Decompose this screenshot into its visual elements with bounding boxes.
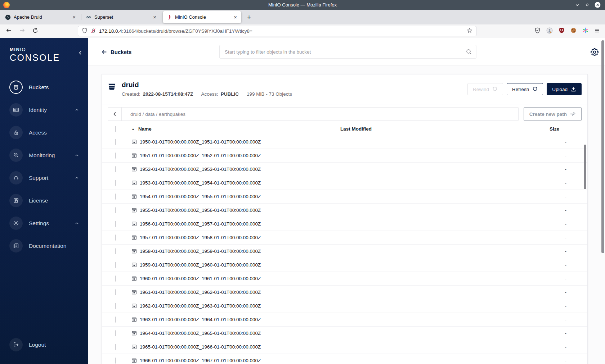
- table-row[interactable]: 1964-01-01T00:00:00.000Z_1965-01-01T00:0…: [102, 327, 587, 340]
- row-checkbox[interactable]: [115, 207, 116, 213]
- minimize-chevron-icon[interactable]: [575, 3, 580, 8]
- row-checkbox[interactable]: [115, 180, 116, 186]
- close-tab-icon[interactable]: ×: [152, 14, 158, 20]
- sidebar-item-access[interactable]: Access: [0, 121, 88, 144]
- sidebar-item-logout[interactable]: Logout: [0, 333, 88, 356]
- breadcrumb[interactable]: druid / data / earthquakes: [122, 112, 185, 117]
- table-row[interactable]: 1961-01-01T00:00:00.000Z_1962-01-01T00:0…: [102, 286, 587, 299]
- upload-button[interactable]: Upload: [547, 83, 582, 95]
- object-size: -: [538, 153, 582, 158]
- sort-ascending-icon[interactable]: ▲: [131, 127, 135, 131]
- gear-icon[interactable]: [590, 47, 599, 58]
- column-size[interactable]: Size: [538, 126, 582, 132]
- sidebar-item-settings[interactable]: Settings: [0, 212, 88, 235]
- rewind-button[interactable]: Rewind: [467, 83, 503, 95]
- lock-icon: [9, 126, 23, 139]
- tab-label: Superset: [94, 14, 152, 20]
- bookmark-star-icon[interactable]: [467, 28, 472, 35]
- back-icon[interactable]: [6, 27, 12, 35]
- row-checkbox[interactable]: [115, 139, 116, 145]
- row-checkbox[interactable]: [115, 221, 116, 227]
- license-icon: [9, 194, 23, 207]
- table-header: ▲Name Last Modified Size: [102, 123, 587, 135]
- select-all-checkbox[interactable]: [115, 126, 116, 132]
- url-path: :31664/buckets/druid/browse/ZGF0YS9lYXJ0…: [122, 28, 252, 34]
- row-checkbox[interactable]: [115, 262, 116, 268]
- table-row[interactable]: 1953-01-01T00:00:00.000Z_1954-01-01T00:0…: [102, 176, 587, 190]
- row-checkbox[interactable]: [115, 289, 116, 295]
- table-row[interactable]: 1962-01-01T00:00:00.000Z_1963-01-01T00:0…: [102, 299, 587, 313]
- sidebar-item-monitoring[interactable]: Monitoring: [0, 144, 88, 167]
- table-row[interactable]: 1960-01-01T00:00:00.000Z_1961-01-01T00:0…: [102, 272, 587, 286]
- row-checkbox[interactable]: [115, 358, 116, 364]
- chevron-left-icon[interactable]: [108, 108, 122, 120]
- brand-name-light: IO: [20, 47, 26, 52]
- url-bar[interactable]: 172.18.0.4:31664/buckets/druid/browse/ZG…: [78, 26, 476, 36]
- row-checkbox[interactable]: [115, 248, 116, 254]
- object-name: 1961-01-01T00:00:00.000Z_1962-01-01T00:0…: [140, 290, 261, 295]
- column-name[interactable]: Name: [138, 126, 152, 132]
- row-checkbox[interactable]: [115, 303, 116, 309]
- column-last-modified[interactable]: Last Modified: [340, 126, 538, 132]
- row-checkbox[interactable]: [115, 235, 116, 241]
- table-row[interactable]: 1959-01-01T00:00:00.000Z_1960-01-01T00:0…: [102, 258, 587, 272]
- tab-apache-druid[interactable]: Apache Druid ×: [1, 11, 80, 23]
- close-tab-icon[interactable]: ×: [232, 14, 238, 20]
- chevron-up-icon: [75, 176, 79, 180]
- refresh-button[interactable]: Refresh: [507, 83, 543, 95]
- cookie-icon[interactable]: [570, 27, 577, 35]
- table-row[interactable]: 1965-01-01T00:00:00.000Z_1966-01-01T00:0…: [102, 340, 587, 354]
- row-checkbox[interactable]: [115, 153, 116, 159]
- row-checkbox[interactable]: [115, 194, 116, 200]
- sidebar-item-identity[interactable]: Identity: [0, 99, 88, 121]
- tracking-shield-icon[interactable]: [82, 28, 88, 35]
- sidebar-item-documentation[interactable]: Documentation: [0, 235, 88, 257]
- page-scrollbar[interactable]: [601, 40, 604, 253]
- table-row[interactable]: 1963-01-01T00:00:00.000Z_1964-01-01T00:0…: [102, 313, 587, 327]
- shield-check-icon[interactable]: [534, 27, 541, 35]
- table-row[interactable]: 1956-01-01T00:00:00.000Z_1957-01-01T00:0…: [102, 217, 587, 231]
- upload-icon: [571, 87, 576, 92]
- row-checkbox[interactable]: [115, 330, 116, 336]
- reload-icon[interactable]: [32, 28, 38, 35]
- table-row[interactable]: 1955-01-01T00:00:00.000Z_1956-01-01T00:0…: [102, 204, 587, 217]
- tab-superset[interactable]: Superset ×: [82, 11, 161, 23]
- back-to-buckets-link[interactable]: Buckets: [101, 49, 131, 55]
- sidebar-item-buckets[interactable]: Buckets: [0, 76, 88, 99]
- table-row[interactable]: 1950-01-01T00:00:00.000Z_1951-01-01T00:0…: [102, 135, 587, 149]
- colorful-asterisk-icon[interactable]: [582, 27, 588, 35]
- table-row[interactable]: 1954-01-01T00:00:00.000Z_1955-01-01T00:0…: [102, 190, 587, 204]
- account-icon[interactable]: [546, 27, 553, 35]
- insecure-lock-icon[interactable]: [90, 28, 96, 35]
- sidebar-item-license[interactable]: License: [0, 189, 88, 212]
- table-row[interactable]: 1957-01-01T00:00:00.000Z_1958-01-01T00:0…: [102, 231, 587, 245]
- hamburger-menu-icon[interactable]: [594, 28, 600, 35]
- object-name: 1962-01-01T00:00:00.000Z_1963-01-01T00:0…: [140, 303, 261, 309]
- bucket-name: druid: [122, 81, 292, 89]
- url-host: 172.18.0.4: [99, 28, 122, 34]
- folder-icon: [131, 235, 137, 240]
- row-checkbox[interactable]: [115, 166, 116, 172]
- table-row[interactable]: 1951-01-01T00:00:00.000Z_1952-01-01T00:0…: [102, 149, 587, 163]
- table-row[interactable]: 1966-01-01T00:00:00.000Z_1967-01-01T00:0…: [102, 354, 587, 364]
- sidebar-item-support[interactable]: Support: [0, 167, 88, 189]
- sidebar-collapse-icon[interactable]: [78, 50, 83, 57]
- table-row[interactable]: 1952-01-01T00:00:00.000Z_1953-01-01T00:0…: [102, 163, 587, 176]
- table-scrollbar[interactable]: [584, 145, 586, 189]
- tab-minio-console[interactable]: MinIO Console ×: [163, 11, 241, 23]
- filter-objects-input[interactable]: [219, 45, 476, 59]
- create-new-path-button[interactable]: Create new path: [524, 107, 582, 121]
- row-checkbox[interactable]: [115, 317, 116, 323]
- close-tab-icon[interactable]: ×: [71, 14, 77, 20]
- back-label: Buckets: [111, 49, 131, 55]
- object-name: 1963-01-01T00:00:00.000Z_1964-01-01T00:0…: [140, 317, 261, 322]
- table-row[interactable]: 1958-01-01T00:00:00.000Z_1959-01-01T00:0…: [102, 245, 587, 258]
- row-checkbox[interactable]: [115, 276, 116, 282]
- forward-icon[interactable]: [19, 27, 25, 35]
- object-size: -: [538, 167, 582, 172]
- new-tab-button[interactable]: +: [243, 13, 255, 21]
- close-window-icon[interactable]: [595, 2, 601, 8]
- maximize-diamond-icon[interactable]: [585, 3, 590, 7]
- ublock-shield-icon[interactable]: [559, 27, 565, 35]
- row-checkbox[interactable]: [115, 344, 116, 350]
